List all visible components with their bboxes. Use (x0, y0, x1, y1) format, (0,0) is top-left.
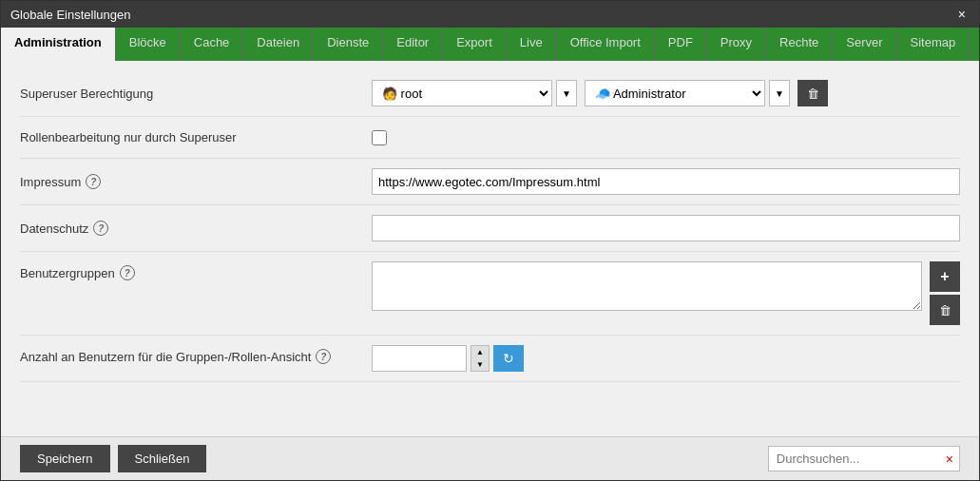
anzahl-spinner-up[interactable]: ▲ (471, 346, 489, 358)
superuser-role-dropdown-btn[interactable]: ▼ (769, 80, 790, 106)
datenschutz-input[interactable] (372, 215, 960, 241)
content-area: Superuser Berechtigung 🧑 root ▼ 🧢 Admini… (1, 61, 979, 436)
benutzergruppen-add-button[interactable]: + (930, 261, 960, 292)
tab-rechte[interactable]: Rechte (766, 28, 833, 61)
impressum-row: Impressum ? (20, 159, 960, 205)
rollenbearbeitung-label: Rollenbearbeitung nur durch Superuser (20, 130, 372, 144)
anzahl-spinner: ▲ ▼ (471, 345, 490, 372)
anzahl-help-icon[interactable]: ? (316, 349, 331, 364)
tab-editor[interactable]: Editor (383, 28, 443, 61)
close-button[interactable]: Schließen (118, 445, 207, 472)
anzahl-row: Anzahl an Benutzern für die Gruppen-/Rol… (20, 336, 960, 382)
tab-server[interactable]: Server (833, 28, 896, 61)
tab-bloecke[interactable]: Blöcke (116, 28, 181, 61)
anzahl-input[interactable] (372, 345, 467, 372)
benutzergruppen-row: Benutzergruppen ? + 🗑 (20, 252, 960, 336)
superuser-role-select[interactable]: 🧢 Administrator (585, 80, 765, 106)
superuser-user-dropdown-btn[interactable]: ▼ (556, 80, 577, 106)
anzahl-label: Anzahl an Benutzern für die Gruppen-/Rol… (20, 345, 372, 364)
dialog-title: Globale Einstellungen (10, 8, 130, 22)
title-bar: Globale Einstellungen × (1, 1, 979, 28)
rollenbearbeitung-checkbox[interactable] (372, 130, 387, 145)
tab-live[interactable]: Live (507, 28, 557, 61)
superuser-controls: 🧑 root ▼ 🧢 Administrator ▼ 🗑 (372, 80, 960, 106)
dialog: Globale Einstellungen × Administration B… (0, 0, 980, 481)
search-input[interactable] (769, 447, 940, 471)
datenschutz-row: Datenschutz ? (20, 205, 960, 252)
superuser-user-select[interactable]: 🧑 root (372, 80, 552, 106)
tab-more-button[interactable]: ▶ (970, 28, 979, 61)
benutzergruppen-delete-button[interactable]: 🗑 (930, 295, 960, 325)
tab-bar: Administration Blöcke Cache Dateien Dien… (1, 28, 979, 61)
impressum-controls (372, 168, 960, 195)
rollenbearbeitung-controls (372, 130, 960, 145)
benutzergruppen-textarea[interactable] (372, 261, 922, 311)
anzahl-spinner-down[interactable]: ▼ (471, 358, 489, 371)
tab-sitemap[interactable]: Sitemap (897, 28, 970, 61)
superuser-delete-button[interactable]: 🗑 (797, 80, 828, 106)
superuser-row: Superuser Berechtigung 🧑 root ▼ 🧢 Admini… (20, 70, 960, 117)
benutzergruppen-controls: + 🗑 (372, 261, 960, 325)
bottom-buttons: Speichern Schließen (20, 445, 206, 472)
save-button[interactable]: Speichern (20, 445, 110, 472)
search-clear-button[interactable]: × (940, 452, 959, 467)
tab-cache[interactable]: Cache (181, 28, 244, 61)
bottom-bar: Speichern Schließen × (1, 436, 979, 480)
superuser-label: Superuser Berechtigung (20, 87, 372, 101)
anzahl-refresh-button[interactable]: ↻ (493, 345, 524, 372)
benutzergruppen-btn-group: + 🗑 (930, 261, 960, 325)
datenschutz-help-icon[interactable]: ? (93, 221, 108, 236)
datenschutz-label: Datenschutz ? (20, 221, 372, 236)
tab-administration[interactable]: Administration (1, 28, 116, 61)
rollenbearbeitung-row: Rollenbearbeitung nur durch Superuser (20, 117, 960, 159)
tab-proxy[interactable]: Proxy (707, 28, 766, 61)
impressum-help-icon[interactable]: ? (86, 174, 101, 189)
benutzergruppen-help-icon[interactable]: ? (120, 265, 135, 280)
tab-dateien[interactable]: Dateien (243, 28, 314, 61)
search-box: × (768, 446, 960, 471)
tab-dienste[interactable]: Dienste (314, 28, 383, 61)
tab-pdf[interactable]: PDF (655, 28, 707, 61)
tab-office-import[interactable]: Office Import (557, 28, 655, 61)
close-dialog-button[interactable]: × (954, 7, 970, 22)
benutzergruppen-label: Benutzergruppen ? (20, 261, 372, 280)
datenschutz-controls (372, 215, 960, 241)
tab-export[interactable]: Export (443, 28, 507, 61)
impressum-input[interactable] (372, 168, 960, 195)
impressum-label: Impressum ? (20, 174, 372, 189)
anzahl-controls: ▲ ▼ ↻ (372, 345, 960, 372)
